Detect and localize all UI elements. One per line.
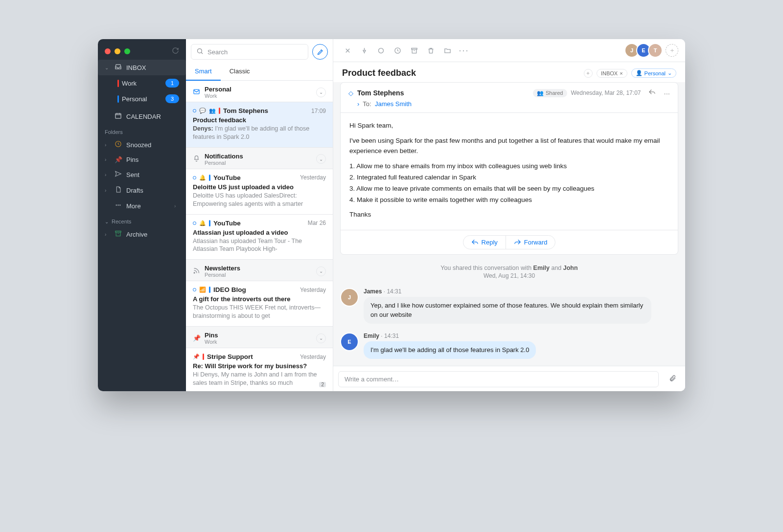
thread-subject: Product feedback bbox=[342, 68, 580, 78]
message-preview: Deloitte US has uploaded SalesDirect: Em… bbox=[193, 192, 326, 208]
pin-button[interactable] bbox=[357, 43, 371, 58]
avatar[interactable]: T bbox=[648, 43, 663, 58]
tab-smart[interactable]: Smart bbox=[186, 64, 221, 81]
email-card: ◇ Tom Stephens 👥Shared Wednesday, Mar 28… bbox=[340, 82, 678, 255]
pin-icon: 📌 bbox=[193, 354, 200, 360]
comment-input[interactable]: Write a comment… bbox=[338, 371, 659, 387]
snooze-button[interactable] bbox=[390, 43, 405, 58]
nav-archive[interactable]: › Archive bbox=[98, 226, 186, 242]
thread-participants: J E T ＋ bbox=[627, 43, 678, 58]
email-actions: Reply Forward bbox=[341, 230, 678, 254]
group-header-notifications[interactable]: Notifications Personal ⌄ bbox=[186, 148, 333, 169]
window-controls bbox=[98, 41, 186, 60]
shared-badge: 👥Shared bbox=[533, 89, 567, 97]
tab-classic[interactable]: Classic bbox=[221, 64, 259, 80]
svg-point-6 bbox=[198, 49, 202, 53]
message-scroll[interactable]: Personal Work ⌄ 💬 👥 Tom Stephens 17:09 P… bbox=[186, 81, 333, 391]
move-button[interactable] bbox=[440, 43, 455, 58]
nav-inbox-personal[interactable]: Personal 3 bbox=[98, 91, 186, 107]
nav-calendar[interactable]: CALENDAR bbox=[98, 109, 186, 124]
message-time: Yesterday bbox=[300, 174, 326, 181]
nav-inbox[interactable]: ⌄ INBOX bbox=[98, 60, 186, 75]
calendar-icon bbox=[115, 112, 121, 121]
bell-icon: 🔔 bbox=[199, 175, 206, 181]
group-header-pins[interactable]: 📌 Pins Work ⌄ bbox=[186, 327, 333, 348]
close-button[interactable] bbox=[340, 43, 355, 58]
more-button[interactable]: ··· bbox=[664, 89, 670, 97]
attach-button[interactable] bbox=[664, 375, 685, 383]
message-preview: Hi Denys, My name is John and I am from … bbox=[193, 371, 326, 387]
collapse-icon[interactable]: ⌄ bbox=[316, 333, 326, 343]
message-subject: Re: Will Stripe work for my business? bbox=[193, 362, 326, 370]
send-icon bbox=[115, 170, 121, 179]
account-chip[interactable]: 👤Personal⌄ bbox=[631, 68, 676, 78]
maximize-window-button[interactable] bbox=[124, 48, 130, 54]
quick-reply-button[interactable] bbox=[648, 89, 656, 97]
recents-header: ⌄Recents bbox=[98, 214, 186, 226]
more-button[interactable]: ··· bbox=[457, 43, 471, 58]
add-label-button[interactable]: ＋ bbox=[584, 69, 593, 78]
collapse-icon[interactable]: ⌄ bbox=[316, 154, 326, 164]
message-from: IDEO Blog bbox=[213, 286, 297, 293]
close-window-button[interactable] bbox=[105, 48, 111, 54]
chevron-right-icon: › bbox=[105, 232, 110, 237]
collapse-icon[interactable]: ⌄ bbox=[316, 266, 326, 276]
group-title: Notifications bbox=[205, 153, 311, 160]
group-title: Personal bbox=[205, 86, 311, 93]
message-from: YouTube bbox=[213, 220, 305, 227]
compose-button[interactable] bbox=[312, 44, 328, 60]
app-window: ⌄ INBOX Work 1 Personal 3 CALENDAR Folde… bbox=[98, 39, 685, 391]
label-chip-inbox[interactable]: INBOX× bbox=[597, 69, 627, 78]
nav-pins[interactable]: › 📌 Pins bbox=[98, 153, 186, 167]
to-label: To: bbox=[363, 100, 371, 108]
message-preview: Atlassian has uploaded Team Tour - The A… bbox=[193, 237, 326, 254]
message-time: Yesterday bbox=[300, 354, 326, 360]
nav-sent[interactable]: › Sent bbox=[98, 167, 186, 182]
email-to-row[interactable]: › To: James Smith bbox=[341, 99, 678, 113]
read-indicator bbox=[193, 288, 196, 291]
message-subject: Atlassian just uploaded a video bbox=[193, 229, 326, 236]
nav-more-label: More bbox=[126, 202, 169, 210]
draft-icon bbox=[115, 186, 121, 195]
nav-more[interactable]: More › bbox=[98, 198, 186, 214]
group-subtitle: Personal bbox=[205, 272, 311, 278]
message-item[interactable]: 🔔 YouTube Yesterday Deloitte US just upl… bbox=[186, 169, 333, 215]
message-subject: Product feedback bbox=[193, 116, 326, 124]
mark-read-button[interactable] bbox=[373, 43, 388, 58]
expand-icon: › bbox=[357, 100, 359, 108]
minimize-window-button[interactable] bbox=[115, 48, 120, 54]
read-indicator bbox=[193, 176, 196, 179]
sidebar: ⌄ INBOX Work 1 Personal 3 CALENDAR Folde… bbox=[98, 39, 186, 391]
account-color-bar bbox=[117, 95, 119, 103]
nav-snoozed[interactable]: › Snoozed bbox=[98, 137, 186, 153]
message-item[interactable]: 💬 👥 Tom Stephens 17:09 Product feedback … bbox=[186, 102, 333, 148]
mail-icon bbox=[193, 88, 200, 97]
reply-button[interactable]: Reply bbox=[463, 236, 506, 249]
delete-button[interactable] bbox=[423, 43, 438, 58]
rss-icon: 📶 bbox=[199, 287, 206, 293]
nav-drafts[interactable]: › Drafts bbox=[98, 182, 186, 198]
list-tabs: Smart Classic bbox=[186, 64, 333, 81]
pin-icon: 📌 bbox=[193, 334, 200, 342]
account-color-bar bbox=[209, 287, 210, 293]
archive-button[interactable] bbox=[407, 43, 421, 58]
nav-inbox-work[interactable]: Work 1 bbox=[98, 75, 186, 91]
collapse-icon[interactable]: ⌄ bbox=[316, 88, 326, 97]
group-header-personal[interactable]: Personal Work ⌄ bbox=[186, 81, 333, 102]
svg-point-10 bbox=[394, 47, 400, 53]
message-subject: Deloitte US just uploaded a video bbox=[193, 183, 326, 191]
message-item[interactable]: 📌 Stripe Support Yesterday Re: Will Stri… bbox=[186, 348, 333, 391]
group-subtitle: Personal bbox=[205, 160, 311, 166]
group-header-newsletters[interactable]: Newsletters Personal ⌄ bbox=[186, 260, 333, 281]
search-icon bbox=[196, 47, 204, 56]
message-item[interactable]: 📶 IDEO Blog Yesterday A gift for the int… bbox=[186, 281, 333, 327]
search-input[interactable]: Search bbox=[191, 44, 308, 60]
folders-header: Folders bbox=[98, 124, 186, 137]
account-color-bar bbox=[209, 220, 210, 226]
forward-button[interactable]: Forward bbox=[506, 236, 555, 249]
add-participant-button[interactable]: ＋ bbox=[666, 44, 678, 57]
message-item[interactable]: 🔔 YouTube Mar 26 Atlassian just uploaded… bbox=[186, 215, 333, 260]
chevron-right-icon: › bbox=[105, 142, 110, 148]
user-icon: 👤 bbox=[636, 70, 643, 76]
comment-composer: Write a comment… bbox=[333, 366, 685, 391]
